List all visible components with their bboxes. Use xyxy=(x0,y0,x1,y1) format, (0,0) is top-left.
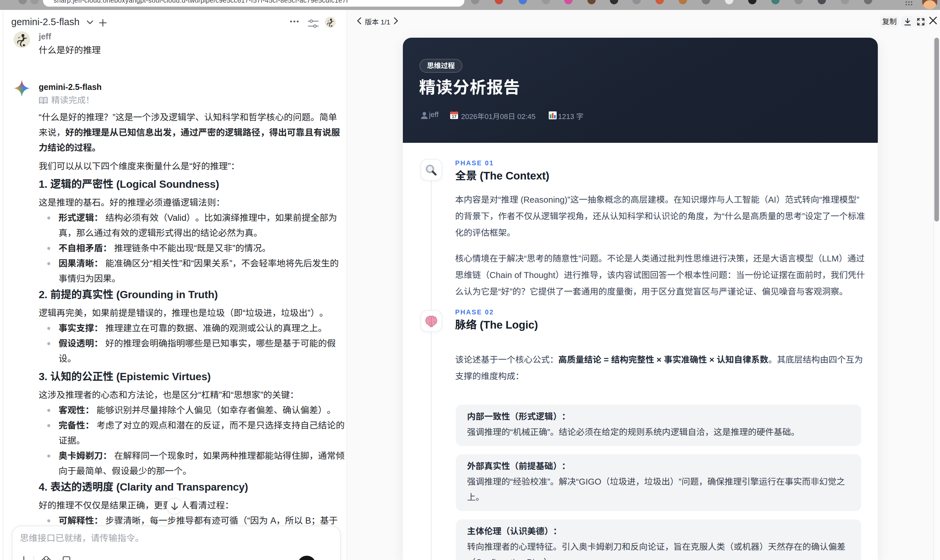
svg-text:17: 17 xyxy=(452,114,456,119)
